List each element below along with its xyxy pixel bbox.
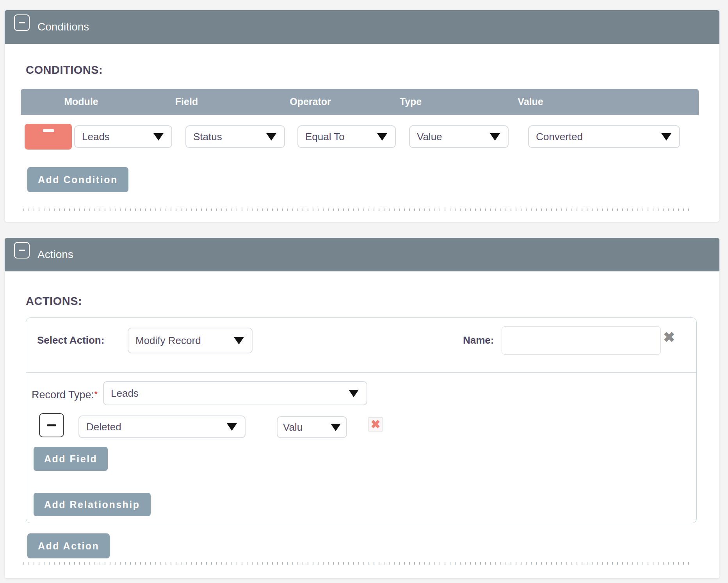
column-header-module: Module xyxy=(64,96,98,107)
actions-panel-title: Actions xyxy=(37,238,73,271)
minus-icon xyxy=(47,424,56,426)
card-divider xyxy=(26,372,696,373)
minus-icon xyxy=(19,22,25,23)
condition-module-select[interactable]: Leads xyxy=(74,125,172,148)
required-asterisk: * xyxy=(94,389,98,399)
condition-operator-select[interactable]: Equal To xyxy=(297,125,396,148)
dotted-divider xyxy=(23,209,692,211)
action-name-label: Name: xyxy=(463,334,494,346)
caret-down-icon xyxy=(331,424,341,431)
caret-down-icon xyxy=(153,133,164,141)
minus-icon xyxy=(19,250,25,251)
condition-value-select[interactable]: Converted xyxy=(528,125,680,148)
conditions-table-header: Module Field Operator Type Value xyxy=(21,89,699,115)
column-header-operator: Operator xyxy=(290,96,331,107)
column-header-field: Field xyxy=(175,96,198,107)
column-header-value: Value xyxy=(518,96,543,107)
actions-collapse-button[interactable] xyxy=(14,242,30,259)
conditions-panel: Conditions CONDITIONS: Module Field Oper… xyxy=(5,10,719,222)
actions-panel: Actions ACTIONS: Select Action: Modify R… xyxy=(5,238,719,578)
record-type-select[interactable]: Leads xyxy=(103,381,367,405)
delete-field-icon[interactable]: ✖ xyxy=(368,417,383,431)
caret-down-icon xyxy=(349,390,359,397)
add-field-button[interactable]: Add Field xyxy=(34,447,108,471)
conditions-panel-title: Conditions xyxy=(37,10,89,44)
dotted-divider xyxy=(23,562,692,565)
remove-field-button[interactable] xyxy=(39,413,64,437)
record-type-label: Record Type:* xyxy=(32,389,98,401)
caret-down-icon xyxy=(377,133,387,141)
add-action-button[interactable]: Add Action xyxy=(27,533,110,558)
actions-panel-header: Actions xyxy=(5,238,719,271)
caret-down-icon xyxy=(661,133,671,141)
minus-icon xyxy=(43,129,54,132)
select-action-select[interactable]: Modify Record xyxy=(128,328,253,353)
actions-section-label: ACTIONS: xyxy=(26,295,82,308)
caret-down-icon xyxy=(490,133,500,141)
conditions-panel-header: Conditions xyxy=(5,10,719,44)
field-value-type-select[interactable]: Valu xyxy=(277,416,347,438)
add-condition-button[interactable]: Add Condition xyxy=(27,167,128,192)
add-relationship-button[interactable]: Add Relationship xyxy=(34,493,151,516)
condition-field-select[interactable]: Status xyxy=(185,125,285,148)
caret-down-icon xyxy=(266,133,276,141)
conditions-section-label: CONDITIONS: xyxy=(26,64,103,77)
column-header-type: Type xyxy=(400,96,422,107)
caret-down-icon xyxy=(227,423,237,431)
modify-field-select[interactable]: Deleted xyxy=(78,415,246,438)
close-icon[interactable]: ✖ xyxy=(663,330,675,344)
select-action-label: Select Action: xyxy=(37,334,104,346)
conditions-collapse-button[interactable] xyxy=(14,14,30,31)
workflow-editor: Conditions CONDITIONS: Module Field Oper… xyxy=(0,0,728,583)
remove-condition-button[interactable] xyxy=(25,124,72,150)
condition-type-select[interactable]: Value xyxy=(409,125,509,148)
action-name-input[interactable] xyxy=(502,326,661,355)
action-card: Select Action: Modify Record Name: ✖ Rec… xyxy=(26,317,697,523)
caret-down-icon xyxy=(234,337,244,344)
